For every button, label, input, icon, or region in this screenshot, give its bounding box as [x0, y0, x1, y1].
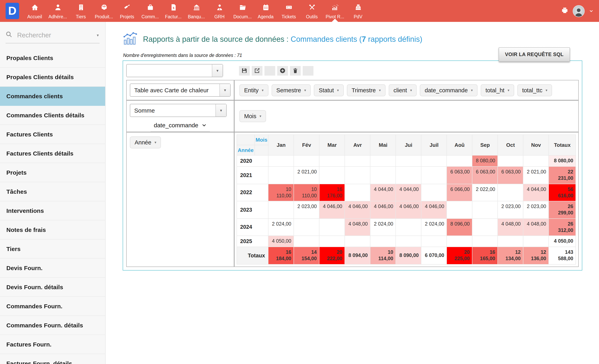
pivot-cell: 2 021,00 — [294, 167, 319, 184]
pivot-cell: 6 063,00 — [472, 167, 498, 184]
pill-caret-icon[interactable]: ▾ — [546, 88, 547, 92]
pill-caret-icon[interactable]: ▾ — [262, 88, 264, 92]
pivot-cell: 2 024,00 — [370, 218, 396, 236]
pivot-chart-icon — [331, 4, 339, 13]
pill-caret-icon[interactable]: ▾ — [304, 88, 306, 92]
sidebar-item-devis-fourn-details[interactable]: Devis Fourn. détails — [0, 278, 105, 297]
pill-caret-icon[interactable]: ▾ — [471, 88, 473, 92]
delete-report-button[interactable] — [290, 66, 301, 75]
view-sql-button[interactable]: VOIR LA REQUÊTE SQL — [499, 47, 570, 62]
nav-item-pdv[interactable]: PdV — [346, 0, 370, 22]
attribute-pill-mois[interactable]: Mois▾ — [239, 110, 266, 122]
sidebar-item-interventions[interactable]: Interventions — [0, 201, 105, 220]
pivot-cell — [319, 236, 345, 247]
search-input[interactable] — [16, 31, 92, 39]
pivot-cell — [498, 155, 523, 167]
report-blank-button-1[interactable] — [264, 66, 275, 75]
bank-icon — [193, 4, 200, 13]
pill-label: client — [394, 87, 407, 93]
pivot-cell — [370, 167, 396, 184]
sidebar-item-factures-clients[interactable]: Factures Clients — [0, 125, 105, 144]
pill-caret-icon[interactable]: ▾ — [508, 88, 509, 92]
attribute-pill-trimestre[interactable]: Trimestre▾ — [347, 84, 386, 96]
nav-item-agenda[interactable]: Agenda — [254, 0, 277, 22]
pill-caret-icon[interactable]: ▾ — [155, 140, 156, 144]
pill-caret-icon[interactable]: ▾ — [379, 88, 381, 92]
month-header: Mai — [370, 135, 396, 155]
attribute-pill-total-ttc[interactable]: total_ttc▾ — [517, 84, 552, 96]
nav-item-accueil[interactable]: Accueil — [23, 0, 46, 22]
nav-item-facturation[interactable]: $ Factur... — [162, 0, 185, 22]
sidebar-item-factures-clients-details[interactable]: Factures Clients détails — [0, 144, 105, 163]
sidebar-item-commandes-fourn-details[interactable]: Commandes Fourn. détails — [0, 316, 105, 335]
pill-caret-icon[interactable]: ▾ — [259, 114, 261, 118]
print-icon[interactable] — [561, 7, 568, 15]
nav-item-tickets[interactable]: Tickets — [277, 0, 300, 22]
user-avatar[interactable] — [573, 5, 585, 17]
report-controls: ▾ — [126, 64, 579, 77]
nav-item-projets[interactable]: Projets — [115, 0, 139, 22]
sidebar-item-commandes-fourn[interactable]: Commandes Fourn. — [0, 297, 105, 316]
pivot-cell — [421, 167, 447, 184]
pivot-cell — [268, 167, 294, 184]
sidebar-item-projets[interactable]: Projets — [0, 163, 105, 182]
nav-item-label: Factur... — [165, 14, 181, 19]
sidebar-item-taches[interactable]: Tâches — [0, 182, 105, 201]
save-report-button[interactable] — [239, 66, 250, 75]
sidebar-item-commandes-clients[interactable]: Commandes clients — [0, 87, 105, 106]
aggregator-attribute-dropdown[interactable]: date_commande — [150, 122, 210, 132]
building-icon — [77, 4, 85, 13]
chevron-down-icon[interactable] — [589, 7, 593, 15]
nav-item-outils[interactable]: Outils — [300, 0, 323, 22]
pivot-cell: 4 048,00 — [345, 218, 370, 236]
nav-item-tiers[interactable]: Tiers — [69, 0, 92, 22]
nav-item-pivot-reports[interactable]: Pivot R... — [323, 0, 346, 22]
sidebar-item-factures-fourn-details[interactable]: Factures Fourn. détails — [0, 354, 105, 364]
sidebar-item-propales-clients[interactable]: Propales Clients — [0, 49, 105, 68]
nav-item-label: Pivot R... — [326, 14, 344, 19]
report-select[interactable]: ▾ — [126, 64, 223, 77]
nav-item-documents[interactable]: Docum... — [231, 0, 254, 22]
pill-label: Mois — [244, 113, 256, 119]
sidebar-item-notes-de-frais[interactable]: Notes de frais — [0, 220, 105, 239]
sidebar-item-tiers[interactable]: Tiers — [0, 239, 105, 259]
attribute-pill-total-ht[interactable]: total_ht▾ — [481, 84, 514, 96]
pivot-cell — [345, 236, 370, 247]
report-blank-button-2[interactable] — [303, 66, 313, 75]
pivot-cell — [421, 184, 447, 201]
aggregator-select[interactable]: Somme ▾ — [130, 104, 227, 117]
select-caret-icon: ▾ — [220, 84, 230, 96]
column-total-cell: 14 154,00 — [294, 247, 319, 264]
pivot-cell: 4 046,00 — [319, 201, 345, 218]
sidebar-item-devis-fourn[interactable]: Devis Fourn. — [0, 259, 105, 278]
row-total-cell: 8 080,00 — [549, 155, 576, 167]
pill-caret-icon[interactable]: ▾ — [410, 88, 412, 92]
sidebar-item-propales-clients-details[interactable]: Propales Clients détails — [0, 68, 105, 87]
attribute-pill-statut[interactable]: Statut▾ — [314, 84, 344, 96]
edit-report-button[interactable] — [252, 66, 263, 75]
aggregator-attribute-label: date_commande — [154, 122, 198, 128]
add-report-button[interactable] — [277, 66, 288, 75]
nav-item-banque[interactable]: Banqu... — [185, 0, 208, 22]
attribute-pill-semestre[interactable]: Semestre▾ — [272, 84, 311, 96]
nav-item-grh[interactable]: GRH — [208, 0, 231, 22]
attribute-pill-annee[interactable]: Année▾ — [130, 136, 161, 148]
sidebar-item-factures-fourn[interactable]: Factures Fourn. — [0, 335, 105, 354]
table-corner-cell — [237, 135, 255, 145]
attribute-pill-entity[interactable]: Entity▾ — [239, 84, 268, 96]
pill-caret-icon[interactable]: ▾ — [337, 88, 339, 92]
attribute-pill-date-commande[interactable]: date_commande▾ — [420, 84, 477, 96]
reports-count: 7 — [362, 35, 366, 43]
sidebar-search: ▾ — [6, 31, 100, 43]
nav-item-produits[interactable]: Produit... — [92, 0, 115, 22]
search-dropdown-caret[interactable]: ▾ — [96, 32, 100, 38]
pivot-cell — [345, 167, 370, 184]
sidebar-item-commandes-clients-details[interactable]: Commandes Clients détails — [0, 106, 105, 125]
attribute-pill-client[interactable]: client▾ — [389, 84, 417, 96]
dolibarr-logo[interactable]: D — [6, 3, 19, 19]
column-total-cell: 10 114,00 — [370, 247, 396, 264]
pivot-cell — [294, 236, 319, 247]
nav-item-adherents[interactable]: Adhére... — [46, 0, 69, 22]
nav-item-commerce[interactable]: Comm... — [139, 0, 162, 22]
renderer-select[interactable]: Table avec Carte de chaleur ▾ — [130, 84, 231, 97]
